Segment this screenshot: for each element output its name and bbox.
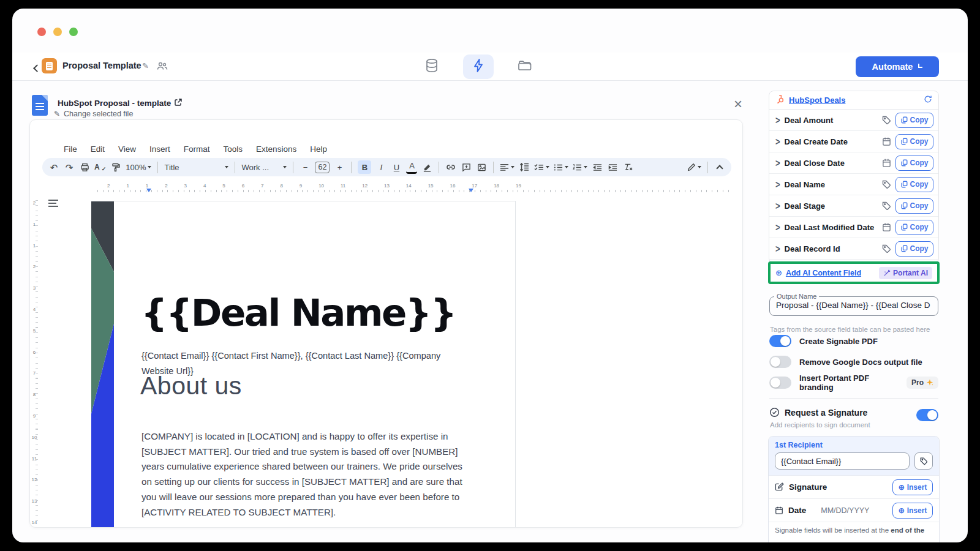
- expand-chevron-icon[interactable]: >: [775, 221, 780, 233]
- source-data-tab[interactable]: [417, 54, 447, 79]
- output-name-value[interactable]: Proposal - {{Deal Name}} - {{Deal Close …: [770, 300, 938, 310]
- top-navigation-bar: Proposal Template ✎ Automate: [12, 53, 968, 81]
- field-row: > Deal Amount Copy: [769, 110, 938, 131]
- editing-mode-icon[interactable]: [687, 160, 701, 174]
- output-folder-tab[interactable]: [510, 54, 540, 79]
- external-link-icon[interactable]: [175, 99, 182, 108]
- add-comment-icon[interactable]: [461, 160, 472, 174]
- spellcheck-icon[interactable]: A✓: [94, 160, 106, 174]
- paint-format-icon[interactable]: [110, 160, 121, 174]
- clear-formatting-icon[interactable]: [622, 160, 633, 174]
- field-label: Deal Stage: [785, 201, 877, 211]
- docs-menu-item[interactable]: Tools: [224, 144, 243, 154]
- copy-field-button[interactable]: Copy: [895, 241, 933, 257]
- copy-field-button[interactable]: Copy: [895, 156, 933, 171]
- insert-signature-button[interactable]: ⊕Insert: [892, 479, 933, 495]
- insert-date-button[interactable]: ⊕Insert: [892, 503, 933, 519]
- vertical-ruler[interactable]: 211234567891011121314: [30, 200, 39, 525]
- italic-button[interactable]: I: [375, 160, 386, 174]
- maximize-window-icon[interactable]: [69, 28, 78, 36]
- expand-chevron-icon[interactable]: >: [775, 135, 780, 148]
- google-docs-editor[interactable]: FileEditViewInsertFormatToolsExtensionsH…: [29, 119, 743, 528]
- zoom-select[interactable]: 100%: [126, 160, 151, 174]
- doc-title-merge-tag: {{Deal Name}}: [141, 291, 456, 334]
- docs-menu-item[interactable]: Format: [184, 144, 210, 154]
- change-selected-file-button[interactable]: ✎ Change selected file: [54, 110, 133, 118]
- ruler-number: 13: [384, 183, 390, 189]
- calendar-icon: [775, 506, 783, 515]
- decrease-indent-icon[interactable]: [592, 160, 603, 174]
- highlight-color-icon[interactable]: [421, 160, 432, 174]
- create-signable-pdf-toggle[interactable]: [769, 335, 791, 347]
- copy-field-button[interactable]: Copy: [895, 177, 933, 192]
- recipient-email-input[interactable]: {{Contact Email}}: [775, 452, 910, 470]
- horizontal-ruler[interactable]: 2112345678910111213141516171819: [39, 183, 737, 193]
- ruler-number: 12: [32, 477, 37, 482]
- portant-ai-badge[interactable]: Portant AI: [879, 267, 932, 279]
- back-button[interactable]: [34, 62, 40, 73]
- ruler-number: 11: [32, 456, 37, 462]
- text-color-button[interactable]: A: [406, 160, 417, 174]
- toggle-label: Create Signable PDF: [799, 337, 938, 346]
- expand-chevron-icon[interactable]: >: [775, 178, 780, 190]
- increase-font-size-button[interactable]: +: [334, 160, 345, 174]
- document-outline-icon[interactable]: [48, 200, 58, 207]
- output-name-field[interactable]: Output Name Proposal - {{Deal Name}} - {…: [769, 293, 938, 316]
- bulleted-list-icon[interactable]: [554, 160, 568, 174]
- docs-menu-item[interactable]: File: [64, 144, 77, 154]
- remove-gdocs-output-toggle[interactable]: [769, 356, 791, 368]
- field-type-icon: [882, 222, 891, 232]
- docs-menu-item[interactable]: Extensions: [256, 144, 296, 154]
- paragraph-style-select[interactable]: Title: [164, 160, 228, 174]
- undo-icon[interactable]: ↶: [48, 160, 59, 174]
- print-icon[interactable]: [79, 160, 90, 174]
- copy-field-button[interactable]: Copy: [895, 134, 933, 149]
- docs-menu-item[interactable]: Insert: [149, 144, 170, 154]
- line-spacing-icon[interactable]: [519, 160, 530, 174]
- left-indent-marker[interactable]: [146, 189, 151, 192]
- insert-tag-button[interactable]: [914, 452, 933, 470]
- copy-field-button[interactable]: Copy: [895, 198, 933, 214]
- increase-indent-icon[interactable]: [607, 160, 618, 174]
- refresh-icon[interactable]: [924, 95, 932, 106]
- automate-button[interactable]: Automate: [856, 56, 939, 77]
- collapse-toolbar-icon[interactable]: [714, 160, 725, 174]
- database-icon: [425, 58, 439, 75]
- docs-menu-item[interactable]: Edit: [91, 144, 105, 154]
- request-signature-toggle[interactable]: [916, 409, 938, 421]
- insert-portant-branding-toggle[interactable]: [769, 377, 791, 389]
- field-row: > Deal Create Date Copy: [769, 131, 938, 152]
- insert-link-icon[interactable]: [445, 160, 456, 174]
- document-page[interactable]: {{Deal Name}} {{Contact Email}} {{Contac…: [91, 201, 516, 528]
- rename-pencil-icon[interactable]: ✎: [142, 61, 149, 70]
- docs-menu-item[interactable]: Help: [310, 144, 327, 154]
- checklist-icon[interactable]: [534, 160, 549, 174]
- numbered-list-icon[interactable]: [573, 160, 587, 174]
- decrease-font-size-button[interactable]: −: [300, 160, 311, 174]
- expand-chevron-icon[interactable]: >: [775, 157, 780, 169]
- underline-button[interactable]: U: [391, 160, 402, 174]
- copy-field-button[interactable]: Copy: [895, 220, 933, 235]
- right-indent-marker[interactable]: [469, 189, 473, 192]
- expand-chevron-icon[interactable]: >: [775, 242, 780, 255]
- minimize-window-icon[interactable]: [53, 28, 62, 36]
- insert-image-icon[interactable]: [476, 160, 487, 174]
- automation-tab-active[interactable]: [463, 54, 494, 79]
- ruler-number: 11: [341, 183, 345, 189]
- font-family-select[interactable]: Work ...: [241, 160, 287, 174]
- font-size-input[interactable]: 62: [315, 162, 330, 173]
- add-ai-content-field-link[interactable]: Add AI Content Field: [786, 269, 861, 277]
- align-icon[interactable]: [500, 160, 514, 174]
- close-window-icon[interactable]: [37, 28, 46, 36]
- docs-menu-item[interactable]: View: [118, 144, 136, 154]
- copy-field-button[interactable]: Copy: [895, 113, 933, 128]
- close-panel-icon[interactable]: ×: [734, 96, 742, 113]
- expand-chevron-icon[interactable]: >: [775, 114, 780, 126]
- source-link[interactable]: HubSpot Deals: [789, 96, 845, 105]
- request-signature-title: Request a Signature: [785, 408, 867, 418]
- redo-icon[interactable]: ↷: [64, 160, 75, 174]
- source-fields-panel: HubSpot Deals > Deal Amount Copy > Deal …: [769, 91, 939, 263]
- bold-button[interactable]: B: [358, 160, 371, 174]
- share-users-icon[interactable]: [157, 62, 168, 73]
- expand-chevron-icon[interactable]: >: [775, 200, 780, 212]
